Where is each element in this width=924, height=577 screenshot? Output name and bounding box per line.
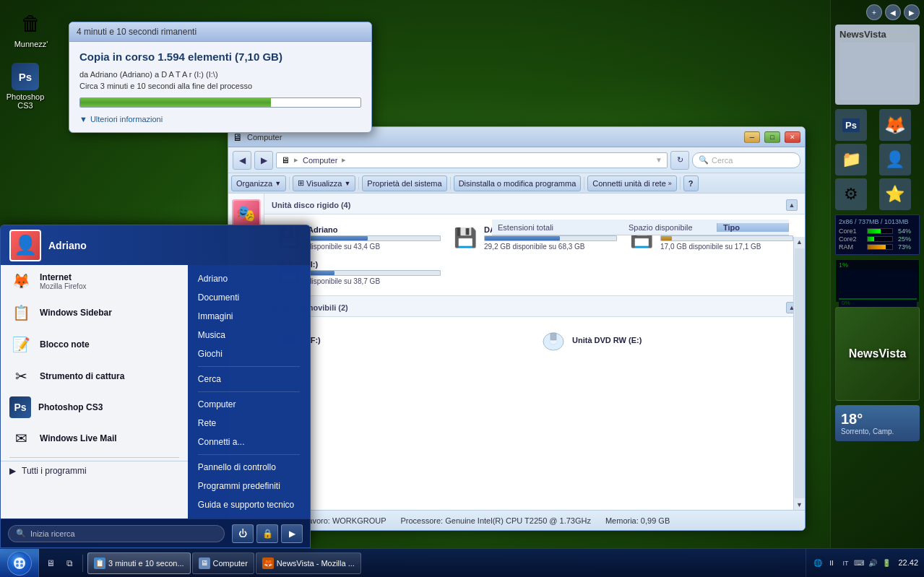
firefox-sidebar-icon[interactable]: 🦊 [879,109,911,141]
copy-details-button[interactable]: ▼ Ulteriori informazioni [79,115,361,123]
drives-section-label: Unità disco rigido (4) [272,201,350,209]
snip-icon: ✂ [9,365,33,388]
search-bar[interactable]: 🔍 Cerca [692,152,800,168]
ps-sidebar-icon[interactable]: Ps [835,109,867,141]
drive-g-bar-outer [660,235,793,241]
start-button[interactable] [0,549,39,578]
start-right-search[interactable]: Cerca [188,370,310,389]
search-placeholder: Inizia ricerca [30,529,75,538]
start-right-documents[interactable]: Documenti [188,288,310,307]
folder-decoration: 🎭 [232,199,261,228]
shutdown-button[interactable]: ⏻ [232,524,254,543]
address-bar[interactable]: 🖥 ▸ Computer ▸ ▼ [276,152,668,168]
system-clock[interactable]: 22.42 [895,558,918,568]
address-dropdown-icon[interactable]: ▼ [655,156,662,164]
recycle-bin-img: 🗑 [17,9,46,38]
help-label: Guida e supporto tecnico [198,500,294,510]
start-program-photoshop[interactable]: Ps Photoshop CS3 [1,392,188,422]
start-right-images[interactable]: Immagini [188,307,310,326]
menu-separator-2 [358,177,359,190]
search-placeholder: Cerca [712,156,733,165]
copy-dialog-titlebar: 4 minuti e 10 secondi rimanenti [69,22,371,42]
start-menu-body: 🦊 Internet Mozilla Firefox 📋 Windows Sid… [1,265,310,519]
maximize-button[interactable]: □ [764,131,780,143]
organize-button[interactable]: Organizza ▼ [231,175,286,191]
network-tray-icon[interactable]: 🌐 [812,558,824,569]
firefox-desc: Mozilla Firefox [40,282,179,290]
collapse-button[interactable]: ▲ [786,199,798,211]
user-nav-label: Adriano [198,274,228,284]
start-program-mail[interactable]: ✉ Windows Live Mail [1,422,188,454]
forward-button[interactable]: ▶ [254,151,273,170]
recycle-bin-icon[interactable]: 🗑 Munnezz' [6,6,56,51]
core2-row: Core2 25% [839,235,916,243]
search-icon-2: 🔍 [16,529,26,538]
start-right-connect[interactable]: Connetti a... [188,433,310,451]
refresh-button[interactable]: ↻ [670,151,689,170]
start-right-games[interactable]: Giochi [188,344,310,363]
prev-button[interactable]: ◀ [885,4,901,20]
taskbar-firefox-label: NewsVista - Mozilla ... [277,559,355,568]
lock-button[interactable]: 🔒 [256,524,278,543]
minimize-button[interactable]: ─ [744,131,760,143]
clock-time: 22.42 [898,558,918,568]
arrow-button[interactable]: ▶ [281,524,303,543]
back-button[interactable]: ◀ [233,151,251,170]
photoshop-desktop-icon[interactable]: Ps Photoshop CS3 [0,60,51,113]
connect-drive-button[interactable]: Connetti unità di rete » [587,175,677,191]
taskbar-explorer[interactable]: 🖥 Computer [192,552,254,574]
start-right-help[interactable]: Guida e supporto tecnico [188,495,310,514]
start-right-network[interactable]: Rete [188,414,310,433]
start-right-computer[interactable]: Computer [188,395,310,414]
explorer-title: Computer [247,133,740,142]
start-right-default-programs[interactable]: Programmi predefiniti [188,477,310,495]
drive-g-space: 17,0 GB disponibile su 17,1 GB [660,243,793,251]
keyboard-tray-icon[interactable]: ⌨ [853,558,865,569]
next-button[interactable]: ▶ [904,4,920,20]
system-props-button[interactable]: Proprietà del sistema [362,175,446,191]
user-sidebar-icon[interactable]: 👤 [879,144,911,175]
all-programs-button[interactable]: ▶ Tutti i programmi [1,461,188,480]
taskbar-copy-dialog[interactable]: 📋 3 minuti e 10 secon... [87,552,191,574]
help-button[interactable]: ? [683,175,699,191]
start-program-sidebar[interactable]: 📋 Windows Sidebar [1,297,188,329]
core1-bar-fill [868,229,881,233]
organize-dropdown-icon: ▼ [275,180,281,187]
weather-widget: 18° Sorrento, Camp. [835,405,920,441]
firefox-name: Internet [40,272,179,282]
start-program-snip[interactable]: ✂ Strumento di cattura [1,360,188,392]
taskbar-firefox[interactable]: 🦊 NewsVista - Mozilla ... [256,552,361,574]
add-widget-button[interactable]: + [866,4,882,20]
mail-icon: ✉ [9,427,33,450]
explorer-toolbar: ◀ ▶ 🖥 ▸ Computer ▸ ▼ ↻ 🔍 Cerca [228,147,805,173]
explorer-statusbar: MOON Gruppo di lavoro: WORKGROUP Process… [228,510,805,530]
scroll-down-button[interactable]: ▼ [795,500,804,510]
view-button[interactable]: ⊞ Visualizza ▼ [293,175,355,191]
start-search-box[interactable]: 🔍 Inizia ricerca [8,525,225,542]
explorer-content: Estensioni totali Spazio disponibile Tip… [228,194,805,510]
core2-label: Core2 [839,235,864,243]
switch-windows-button[interactable]: ⧉ [61,555,78,572]
start-program-internet[interactable]: 🦊 Internet Mozilla Firefox [1,265,188,297]
drive-e-info: Unità DVD RW (E:) [572,336,793,344]
start-right-music[interactable]: Musica [188,326,310,344]
pause-tray-icon[interactable]: ⏸ [826,558,837,569]
drive-e-item[interactable]: Unità DVD RW (E:) [535,323,799,357]
ime-tray-icon[interactable]: IT [839,558,851,569]
settings-sidebar-icon[interactable]: ⚙ [835,178,867,210]
battery-tray-icon[interactable]: 🔋 [881,558,892,569]
star-sidebar-icon[interactable]: ⭐ [879,178,911,210]
start-right-user[interactable]: Adriano [188,269,310,288]
start-right-control-panel[interactable]: Pannello di controllo [188,458,310,477]
drive-e-icon [540,327,566,353]
close-button[interactable]: ✕ [785,131,800,143]
scroll-thumb[interactable] [795,248,805,498]
uninstall-button[interactable]: Disinstalla o modifica programma [454,175,582,191]
start-program-notepad[interactable]: 📝 Blocco note [1,329,188,360]
scrollbar-vertical[interactable]: ▲ ▼ [793,237,805,510]
sound-tray-icon[interactable]: 🔊 [867,558,878,569]
scroll-up-button[interactable]: ▲ [795,237,804,247]
help-icon: ? [688,179,694,188]
folder-sidebar-icon[interactable]: 📁 [835,144,867,175]
show-desktop-button[interactable]: 🖥 [42,555,59,572]
